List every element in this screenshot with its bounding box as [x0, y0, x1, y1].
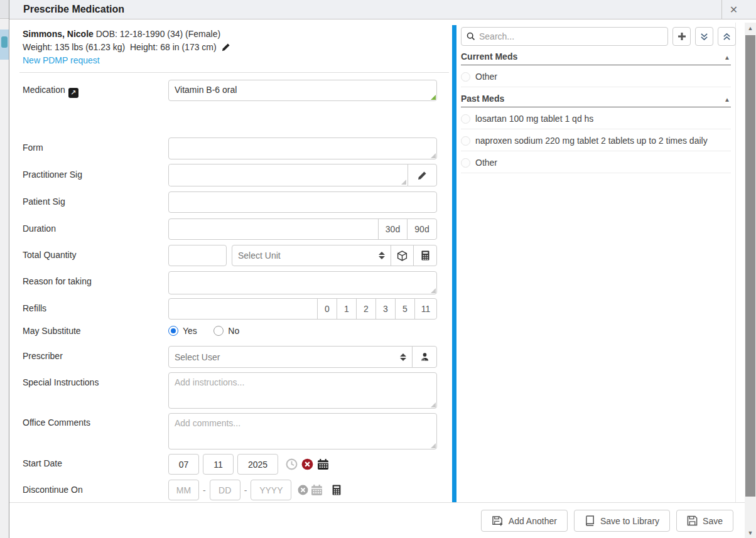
start-month-input[interactable] [168, 454, 199, 475]
substitute-yes-radio[interactable] [168, 326, 178, 336]
duration-30d-button[interactable]: 30d [378, 218, 408, 240]
close-button[interactable]: ✕ [721, 0, 745, 19]
practitioner-sig-input[interactable] [169, 164, 408, 186]
save-label: Save [703, 516, 723, 526]
med-item-label: Other [475, 72, 497, 82]
resize-grip-icon[interactable] [431, 153, 436, 158]
edit-sig-button[interactable] [408, 164, 437, 186]
med-radio-icon[interactable] [461, 72, 470, 82]
meds-search-box [461, 27, 668, 46]
collapse-all-button[interactable] [695, 27, 713, 46]
practitioner-sig-group [168, 164, 437, 186]
resize-grip-icon[interactable] [431, 288, 436, 293]
discontinue-day-input[interactable] [210, 480, 240, 500]
backdrop-badge [1, 36, 8, 48]
new-pdmp-request-link[interactable]: New PDMP request [23, 55, 100, 65]
may-substitute-label: May Substitute [23, 326, 81, 336]
prescriber-user-button[interactable] [412, 346, 437, 368]
start-day-input[interactable] [203, 454, 234, 475]
meds-search-input[interactable] [479, 31, 662, 41]
patient-sig-input[interactable] [168, 191, 437, 213]
resize-grip-icon[interactable] [431, 402, 436, 407]
refills-2-button[interactable]: 2 [356, 298, 376, 320]
discontinue-clear-icon[interactable] [298, 485, 308, 495]
med-radio-icon[interactable] [461, 114, 470, 124]
med-radio-icon[interactable] [461, 158, 470, 168]
reason-input[interactable] [168, 271, 437, 294]
add-med-button[interactable] [672, 27, 691, 46]
discontinue-year-input[interactable] [251, 480, 291, 500]
backdrop-header [0, 0, 9, 19]
quantity-calculator-button[interactable] [413, 245, 437, 266]
window-scrollbar[interactable]: ▲ ▼ [745, 23, 756, 538]
past-meds-collapse-icon[interactable]: ▲ [724, 96, 730, 103]
special-instructions-input[interactable] [168, 372, 437, 409]
expand-all-button[interactable] [718, 27, 736, 46]
start-date-calendar-icon[interactable] [317, 459, 329, 470]
discontinue-row: - - [168, 480, 342, 500]
resize-grip-icon[interactable] [401, 180, 406, 185]
footer-actions: Add Another Save to Library Save [481, 510, 733, 532]
book-icon [585, 515, 595, 526]
special-instructions-label: Special Instructions [23, 377, 99, 387]
start-date-clear-icon[interactable] [301, 458, 313, 470]
med-item-label: Other [475, 158, 497, 168]
duration-group: 30d 90d [168, 218, 437, 240]
save-plus-icon [492, 515, 504, 526]
scrollbar-up-arrow[interactable]: ▲ [745, 23, 756, 33]
meds-search-row [461, 27, 736, 46]
practitioner-sig-wrap [168, 164, 408, 186]
form-input[interactable] [168, 137, 437, 159]
save-to-library-button[interactable]: Save to Library [574, 510, 670, 532]
user-icon [420, 352, 429, 362]
save-button[interactable]: Save [676, 510, 733, 532]
date-separator: - [203, 485, 206, 495]
refills-0-button[interactable]: 0 [317, 298, 337, 320]
refills-5-button[interactable]: 5 [395, 298, 415, 320]
med-radio-icon[interactable] [461, 136, 470, 146]
refills-1-button[interactable]: 1 [337, 298, 357, 320]
medication-external-link-icon[interactable]: ↗ [68, 88, 78, 98]
modal-window: Prescribe Medication ✕ Simmons, Nicole D… [9, 0, 756, 538]
past-med-item[interactable]: naproxen sodium 220 mg tablet 2 tablets … [461, 136, 731, 146]
add-another-button[interactable]: Add Another [481, 510, 568, 532]
modal-titlebar: Prescribe Medication ✕ [9, 0, 756, 19]
current-meds-header: Current Meds [461, 51, 731, 62]
start-year-input[interactable] [237, 454, 278, 475]
unit-select[interactable]: Select Unit [232, 245, 391, 266]
form-field-wrap [168, 137, 437, 159]
office-comments-input[interactable] [168, 413, 437, 449]
edit-vitals-pencil-icon[interactable] [222, 43, 230, 51]
resize-grip-icon[interactable] [431, 95, 436, 100]
current-meds-collapse-icon[interactable]: ▲ [724, 54, 730, 61]
unit-group: Select Unit [232, 245, 437, 266]
duration-input[interactable] [168, 218, 379, 240]
start-time-clock-icon[interactable] [286, 458, 298, 470]
duration-calculator-icon[interactable] [332, 485, 342, 495]
prescriber-select[interactable]: Select User [168, 346, 413, 368]
medication-label-row: Medication↗ [23, 85, 78, 98]
scrollbar-down-arrow[interactable]: ▼ [745, 527, 756, 538]
refills-3-button[interactable]: 3 [375, 298, 396, 320]
date-separator: - [244, 485, 247, 495]
practitioner-sig-label: Practitioner Sig [23, 169, 82, 180]
patient-sig-label: Patient Sig [23, 196, 65, 207]
duration-90d-button[interactable]: 90d [407, 218, 437, 240]
resize-grip-icon[interactable] [431, 443, 436, 448]
discontinue-month-input[interactable] [168, 480, 199, 500]
patient-name-line: Simmons, Nicole DOB: 12-18-1990 (34) (Fe… [23, 28, 230, 41]
package-lookup-button[interactable] [391, 245, 414, 266]
current-med-item-other[interactable]: Other [461, 72, 731, 82]
prescriber-label: Prescriber [23, 351, 63, 361]
plus-icon [678, 32, 686, 41]
scrollbar-thumb[interactable] [745, 35, 755, 497]
past-med-item-other[interactable]: Other [461, 158, 731, 168]
discontinue-calendar-icon[interactable] [311, 485, 323, 496]
refills-input[interactable] [168, 298, 318, 320]
refills-11-button[interactable]: 11 [414, 298, 437, 320]
past-med-item[interactable]: losartan 100 mg tablet 1 qd hs [461, 114, 731, 124]
total-quantity-input[interactable] [168, 245, 227, 266]
substitute-no-radio[interactable] [213, 326, 224, 336]
medication-input[interactable]: Vitamin B-6 oral [168, 80, 437, 101]
meds-panel: Current Meds ▲ Other Past Meds ▲ losarta… [461, 23, 736, 502]
